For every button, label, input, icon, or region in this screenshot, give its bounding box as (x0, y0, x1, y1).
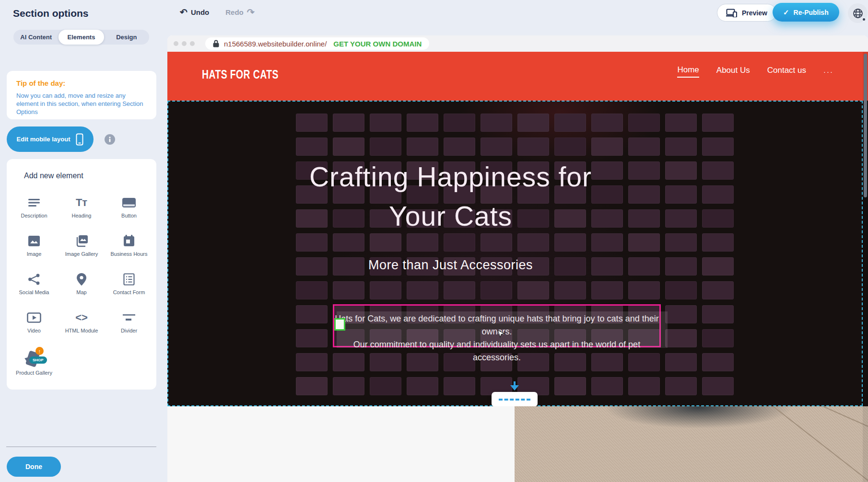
redo-icon: ↷ (247, 8, 255, 17)
element-label: Image (27, 251, 42, 257)
site-logo[interactable]: HATS FOR CATS (202, 68, 279, 82)
element-product-gallery[interactable]: ↑ SHOP Product Gallery (12, 342, 57, 380)
hero-tile (702, 233, 734, 252)
element-contact-form[interactable]: Contact Form (106, 265, 152, 304)
tab-elements[interactable]: Elements (59, 30, 104, 45)
section-resize-handle[interactable] (492, 392, 538, 407)
site-url: n1566589.websitebuilder.online/ (224, 40, 327, 48)
hero-tile (481, 281, 512, 299)
hero-tile (444, 281, 475, 299)
republish-label: Re-Publish (794, 9, 829, 16)
phone-icon (76, 133, 83, 146)
hero-heading[interactable]: Crafting Happiness for Your Cats (167, 157, 734, 236)
undo-icon: ↶ (180, 8, 188, 17)
hero-tile (296, 114, 328, 132)
element-video[interactable]: Video (12, 304, 57, 342)
resize-arrow-down-icon (510, 385, 519, 390)
element-business-hours[interactable]: Business Hours (106, 227, 152, 265)
hero-tile (296, 329, 328, 347)
hero-tile (665, 305, 697, 323)
nav-more-icon[interactable]: ··· (823, 68, 833, 76)
language-globe-button[interactable] (848, 3, 868, 23)
hero-tile (444, 377, 475, 395)
undo-button[interactable]: ↶ Undo (180, 8, 209, 17)
element-label: Divider (121, 328, 137, 334)
globe-status-dot (862, 17, 866, 22)
republish-button[interactable]: ✓ Re-Publish (773, 3, 839, 22)
lock-icon (213, 40, 219, 47)
redo-button[interactable]: Redo ↷ (225, 8, 254, 17)
hero-tile (554, 138, 586, 156)
heading-icon: Tт (76, 195, 87, 210)
add-element-card: Add new element Description Tт Heading (7, 159, 156, 390)
hero-tile (702, 305, 734, 323)
canvas-scrollbar[interactable] (863, 52, 868, 482)
element-label: Heading (72, 213, 92, 219)
element-divider[interactable]: Divider (106, 304, 152, 342)
button-icon (122, 195, 136, 210)
hero-tile (517, 281, 549, 299)
nav-contact-us[interactable]: Contact us (767, 66, 806, 77)
tab-design[interactable]: Design (104, 30, 149, 45)
map-pin-icon (77, 272, 86, 287)
hero-tile (628, 114, 660, 132)
nav-home[interactable]: Home (677, 65, 699, 78)
hero-section[interactable]: Crafting Happiness for Your Cats More th… (167, 101, 868, 406)
element-drag-handle[interactable] (334, 318, 345, 331)
element-label: Social Media (19, 289, 49, 296)
shop-badge: SHOP (29, 356, 47, 364)
devices-icon (726, 9, 738, 17)
done-button[interactable]: Done (7, 457, 61, 477)
element-social-media[interactable]: Social Media (12, 265, 57, 304)
hero-tile (665, 233, 697, 252)
tab-ai-content[interactable]: AI Content (13, 30, 59, 45)
description-icon (27, 195, 41, 210)
hero-tile (628, 138, 660, 156)
element-button[interactable]: Button (106, 189, 152, 227)
preview-button[interactable]: Preview (717, 4, 776, 22)
image-gallery-icon (75, 234, 88, 248)
hero-tile (665, 138, 697, 156)
get-domain-link[interactable]: GET YOUR OWN DOMAIN (333, 40, 422, 48)
hero-tile (702, 353, 734, 371)
product-gallery-icon: ↑ SHOP (24, 349, 44, 367)
edit-mobile-layout-button[interactable]: Edit mobile layout (7, 126, 94, 152)
hero-tile (333, 377, 364, 395)
hero-tile (665, 281, 697, 299)
nav-about-us[interactable]: About Us (716, 66, 750, 77)
hero-tile (554, 114, 586, 132)
tip-title: Tip of the day: (16, 79, 147, 87)
element-html-module[interactable]: <> HTML Module (59, 304, 104, 342)
hero-tile (296, 305, 328, 323)
element-image-gallery[interactable]: Image Gallery (59, 227, 104, 265)
element-label: Map (76, 289, 86, 296)
section-options-panel: Section options AI Content Elements Desi… (7, 0, 156, 482)
html-module-icon: <> (75, 310, 88, 325)
hero-tile (444, 138, 475, 156)
hero-tile (554, 377, 586, 395)
element-map[interactable]: Map (59, 265, 104, 304)
element-image[interactable]: Image (12, 227, 57, 265)
hero-tile (554, 281, 586, 299)
hero-tile (591, 138, 623, 156)
scrollbar-thumb[interactable] (864, 54, 867, 197)
element-description[interactable]: Description (12, 189, 57, 227)
hero-tile (333, 281, 364, 299)
address-bar[interactable]: n1566589.websitebuilder.online/ GET YOUR… (205, 37, 429, 50)
hero-tile (333, 233, 364, 252)
selected-paragraph-element[interactable]: Hats for Cats, we are dedicated to craft… (333, 304, 661, 347)
hero-tile (370, 138, 401, 156)
next-section[interactable] (167, 406, 868, 482)
hero-tile (296, 233, 328, 252)
tip-body: Now you can add, move and resize any ele… (16, 92, 147, 116)
hero-tile (591, 281, 623, 299)
hero-tile (665, 329, 697, 347)
info-button[interactable] (105, 134, 115, 145)
image-icon (28, 234, 40, 248)
hero-tile (296, 377, 328, 395)
panel-tabs: AI Content Elements Design (13, 30, 149, 45)
hero-subheading[interactable]: More than Just Accessories (167, 258, 734, 273)
browser-bar: n1566589.websitebuilder.online/ GET YOUR… (167, 35, 868, 52)
hero-tile (407, 233, 438, 252)
element-heading[interactable]: Tт Heading (59, 189, 104, 227)
